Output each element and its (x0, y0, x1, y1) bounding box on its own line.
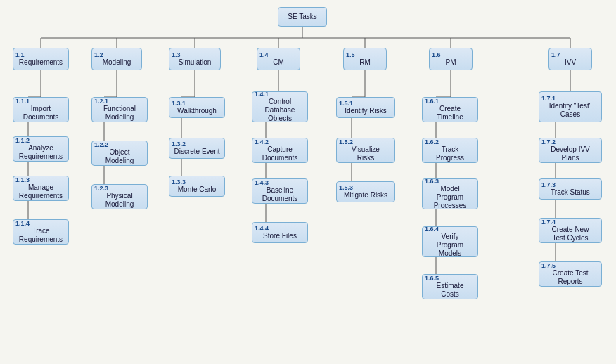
node-1-1-4: 1.1.4Trace Requirements (13, 219, 69, 245)
node-num-1-3-1: 1.3.1 (172, 100, 186, 108)
node-num-1-5-1: 1.5.1 (339, 100, 353, 108)
node-1-4-2: 1.4.2Capture Documents (252, 138, 308, 163)
node-num-1-4-3: 1.4.3 (255, 179, 269, 187)
node-1-1-1: 1.1.1Import Documents (13, 97, 69, 122)
node-label-1-5: RM (359, 58, 371, 67)
node-1-4-1: 1.4.1Control Database Objects (252, 91, 308, 122)
node-num-1-2-1: 1.2.1 (94, 98, 108, 105)
node-num-1-6-4: 1.6.4 (425, 226, 439, 233)
node-num-1-4: 1.4 (259, 51, 269, 59)
node-label-1-6-5: Estimate Costs (437, 282, 464, 299)
node-label-1-2-1: Functional Modeling (103, 105, 136, 122)
node-label-1-7-2: Develop IVV Plans (551, 145, 590, 162)
node-num-1-4-1: 1.4.1 (255, 91, 269, 98)
node-label-1-1-2: Analyze Requirements (19, 144, 63, 161)
node-num-1-1-2: 1.1.2 (15, 137, 30, 145)
node-num-1-7: 1.7 (551, 51, 560, 59)
node-1-4-3: 1.4.3Baseline Documents (252, 178, 308, 204)
node-label-1-6-4: Verify Program Models (437, 233, 463, 258)
node-1-2: 1.2Modeling (91, 48, 142, 70)
node-1-4: 1.4CM (257, 48, 300, 70)
node-1-5-1: 1.5.1Identify Risks (336, 97, 395, 118)
node-1-5-3: 1.5.3Mitigate Risks (336, 181, 395, 202)
node-num-1-6-1: 1.6.1 (425, 98, 439, 105)
node-label-1-5-1: Identify Risks (345, 107, 386, 115)
node-num-1-7-1: 1.7.1 (541, 95, 556, 103)
node-label-1-3-1: Walkthrough (177, 107, 217, 115)
node-label-1-1-4: Trace Requirements (19, 227, 63, 244)
node-label-1-1-1: Import Documents (23, 105, 59, 122)
node-label-1-2-3: Physical Modeling (105, 192, 134, 209)
node-1-1: 1.1Requirements (13, 48, 69, 70)
node-num-1-4-2: 1.4.2 (255, 138, 269, 146)
node-num-1-2: 1.2 (94, 51, 103, 59)
node-1-2-1: 1.2.1Functional Modeling (91, 97, 148, 122)
node-num-1-5-2: 1.5.2 (339, 138, 353, 146)
node-label-1-1: Requirements (19, 58, 63, 67)
node-num-1-3: 1.3 (172, 51, 181, 59)
node-label-1-6-1: Create Timeline (437, 105, 463, 122)
node-label-1-6-2: Track Progress (436, 145, 464, 162)
node-1-6-3: 1.6.3Model Program Processes (422, 178, 478, 209)
node-label-1-3-2: Discrete Event (174, 148, 219, 156)
node-label-1-5-2: Visualize Risks (352, 145, 380, 162)
node-label-1-4-2: Capture Documents (262, 145, 298, 162)
node-num-1-6-2: 1.6.2 (425, 138, 439, 146)
node-label-1-7-1: Identify "Test" Cases (549, 102, 591, 119)
node-1-7-1: 1.7.1Identify "Test" Cases (539, 91, 602, 122)
node-1-6-2: 1.6.2Track Progress (422, 138, 478, 163)
node-1-3: 1.3Simulation (169, 48, 221, 70)
node-label-1-5-3: Mitigate Risks (344, 191, 387, 200)
node-1-1-2: 1.1.2Analyze Requirements (13, 136, 69, 162)
node-1-4-4: 1.4.4Store Files (252, 222, 308, 243)
node-num-1-6: 1.6 (432, 51, 441, 59)
node-num-1-7-4: 1.7.4 (541, 219, 556, 226)
node-label-1-4-3: Baseline Documents (262, 186, 298, 203)
node-label-1-4-1: Control Database Objects (265, 98, 295, 123)
node-label-1-4: CM (273, 58, 284, 67)
node-label-1-2-2: Object Modeling (105, 148, 134, 165)
node-label-1-7: IVV (565, 58, 576, 67)
node-1-7-2: 1.7.2Develop IVV Plans (539, 138, 602, 163)
node-1-6-1: 1.6.1Create Timeline (422, 97, 478, 122)
node-1-1-3: 1.1.3Manage Requirements (13, 176, 69, 201)
node-num-1-5-3: 1.5.3 (339, 184, 353, 192)
node-1-7-4: 1.7.4Create New Test Cycles (539, 218, 602, 243)
node-1-2-3: 1.2.3Physical Modeling (91, 184, 148, 209)
node-1-7: 1.7IVV (548, 48, 592, 70)
node-label-1-6-3: Model Program Processes (434, 185, 467, 210)
node-1-7-3: 1.7.3Track Status (539, 178, 602, 200)
root-node: SE Tasks (278, 7, 327, 27)
node-1-7-5: 1.7.5Create Test Reports (539, 261, 602, 287)
node-num-1-2-3: 1.2.3 (94, 185, 108, 193)
node-1-6-5: 1.6.5Estimate Costs (422, 274, 478, 299)
node-num-1-1-4: 1.1.4 (15, 220, 30, 228)
node-label-1-7-5: Create Test Reports (553, 269, 589, 286)
node-num-1-1: 1.1 (15, 51, 25, 59)
node-1-6: 1.6PM (429, 48, 473, 70)
node-num-1-1-3: 1.1.3 (15, 176, 30, 184)
node-1-3-1: 1.3.1Walkthrough (169, 97, 225, 118)
wbs-diagram: SE Tasks 1.1Requirements1.2Modeling1.3Si… (0, 0, 616, 364)
node-num-1-5: 1.5 (346, 51, 355, 59)
node-num-1-7-5: 1.7.5 (541, 262, 556, 270)
node-1-3-2: 1.3.2Discrete Event (169, 138, 225, 159)
node-1-5: 1.5RM (343, 48, 387, 70)
node-label-1-1-3: Manage Requirements (19, 183, 63, 200)
node-num-1-3-3: 1.3.3 (172, 178, 186, 186)
node-1-6-4: 1.6.4Verify Program Models (422, 226, 478, 257)
node-num-1-3-2: 1.3.2 (172, 141, 186, 148)
node-num-1-6-5: 1.6.5 (425, 275, 439, 282)
node-num-1-2-2: 1.2.2 (94, 141, 108, 149)
node-num-1-6-3: 1.6.3 (425, 178, 439, 186)
node-label-1-6: PM (446, 58, 456, 67)
node-label-1-2: Modeling (103, 58, 131, 67)
node-num-1-7-3: 1.7.3 (541, 181, 556, 189)
node-num-1-1-1: 1.1.1 (15, 98, 30, 105)
node-label-1-3-3: Monte Carlo (178, 186, 216, 194)
node-label-1-7-3: Track Status (551, 188, 590, 197)
node-label-1-3: Simulation (179, 58, 212, 67)
node-num-1-7-2: 1.7.2 (541, 138, 556, 146)
node-label-1-4-4: Store Files (263, 232, 297, 240)
node-num-1-4-4: 1.4.4 (255, 225, 269, 233)
